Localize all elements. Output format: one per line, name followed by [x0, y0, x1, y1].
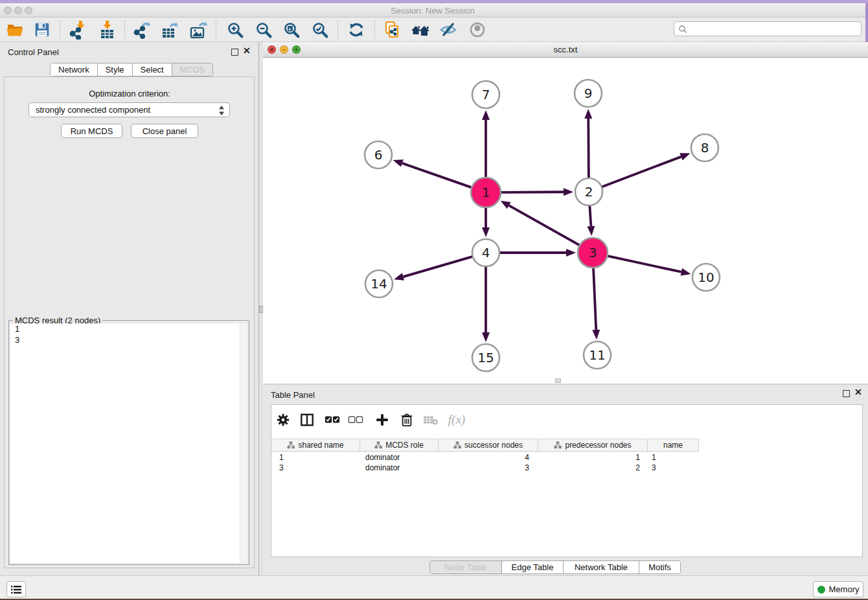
graph-edge-1-7[interactable]	[482, 110, 490, 177]
tab-network[interactable]: Network	[51, 63, 97, 76]
delete-table-button[interactable]	[422, 411, 440, 429]
tab-style[interactable]: Style	[97, 63, 132, 76]
memory-button[interactable]: Memory	[813, 581, 863, 597]
export-image-button[interactable]	[187, 19, 209, 41]
table-panel-float-button[interactable]	[843, 390, 850, 397]
graph-edge-3-10[interactable]	[608, 256, 691, 275]
mcds-result-list[interactable]: 1 3	[10, 323, 247, 563]
column-type-icon	[287, 441, 295, 449]
graph-node-6[interactable]: 6	[365, 141, 392, 168]
cell-name[interactable]: 3	[648, 463, 699, 473]
column-header-name[interactable]: name	[648, 439, 699, 451]
graph-node-1[interactable]: 1	[471, 178, 501, 207]
graph-edge-2-8[interactable]	[602, 153, 691, 187]
graph-edge-1-2[interactable]	[501, 188, 573, 196]
save-session-button[interactable]	[31, 19, 53, 41]
create-column-button[interactable]	[373, 411, 391, 429]
graph-node-2[interactable]: 2	[575, 178, 602, 205]
graph-node-9[interactable]: 9	[575, 80, 602, 107]
cell-shared-name[interactable]: 1	[271, 452, 360, 463]
graph-edge-4-14[interactable]	[394, 257, 472, 281]
show-columns-button[interactable]	[298, 411, 316, 429]
zoom-out-button[interactable]	[253, 19, 275, 41]
column-header-predecessor-nodes[interactable]: predecessor nodes	[538, 439, 648, 451]
graph-edge-2-9[interactable]	[584, 109, 592, 178]
tab-motifs[interactable]: Motifs	[639, 561, 680, 573]
tab-edge-table[interactable]: Edge Table	[501, 561, 563, 573]
control-panel-float-button[interactable]	[231, 49, 238, 56]
graph-edge-3-11[interactable]	[592, 268, 600, 340]
table-panel-close-button[interactable]: ✕	[854, 386, 862, 398]
tab-network-table[interactable]: Network Table	[563, 561, 639, 573]
graph-node-11[interactable]: 11	[584, 341, 611, 369]
graph-node-10[interactable]: 10	[692, 264, 720, 291]
apply-layout-button[interactable]	[345, 19, 367, 41]
deselect-all-button[interactable]	[347, 411, 365, 429]
cell-predecessor-nodes[interactable]: 1	[538, 452, 648, 463]
node-table-card: f(x) shared name	[271, 404, 863, 557]
control-panel-close-button[interactable]: ✕	[243, 45, 251, 56]
cell-mcds-role[interactable]: dominator	[360, 463, 439, 473]
zoom-selected-button[interactable]	[309, 19, 331, 41]
mcds-result-item[interactable]: 3	[10, 334, 247, 345]
graph-edge-4-15[interactable]	[482, 267, 490, 342]
zoom-fit-button[interactable]	[280, 19, 303, 41]
function-builder-button[interactable]: f(x)	[445, 411, 468, 429]
open-session-button[interactable]	[4, 19, 26, 41]
svg-text:7: 7	[482, 87, 490, 102]
zoom-in-icon	[226, 21, 244, 39]
table-row[interactable]: 3 dominator 3 2 3	[271, 463, 699, 473]
network-resize-handle[interactable]	[555, 378, 561, 383]
graph-node-3[interactable]: 3	[578, 238, 608, 268]
mcds-result-scrollbar[interactable]	[240, 323, 247, 563]
network-canvas[interactable]: 7968124314101511	[263, 58, 868, 384]
graph-node-8[interactable]: 8	[691, 134, 718, 161]
graph-edge-3-1[interactable]	[501, 201, 579, 245]
hide-graphics-details-button[interactable]	[437, 19, 459, 41]
show-graphics-details-button[interactable]	[466, 19, 488, 41]
memory-status-icon	[817, 586, 825, 594]
import-table-button[interactable]	[97, 19, 119, 41]
import-network-button[interactable]	[66, 19, 88, 41]
clone-network-button[interactable]	[381, 19, 403, 41]
cell-mcds-role[interactable]: dominator	[360, 452, 439, 463]
delete-column-button[interactable]	[398, 411, 416, 429]
select-all-button[interactable]	[323, 411, 341, 429]
mcds-result-item[interactable]: 1	[10, 323, 247, 334]
column-header-mcds-role[interactable]: MCDS role	[360, 439, 439, 451]
column-header-shared-name[interactable]: shared name	[271, 439, 360, 451]
optimization-criterion-select[interactable]: strongly connected component	[29, 102, 230, 117]
export-network-button[interactable]	[131, 19, 153, 41]
cell-shared-name[interactable]: 3	[271, 463, 360, 473]
tab-mcds[interactable]: MCDS	[172, 63, 212, 76]
graph-edge-2-3[interactable]	[587, 206, 595, 236]
search-icon	[678, 25, 687, 34]
export-table-button[interactable]	[159, 19, 181, 41]
table-settings-button[interactable]	[274, 411, 292, 429]
tab-select[interactable]: Select	[132, 63, 172, 76]
graph-node-7[interactable]: 7	[472, 81, 499, 108]
node-table-header: shared name MCDS role	[271, 439, 699, 452]
column-header-successor-nodes[interactable]: successor nodes	[439, 439, 538, 451]
graph-edge-1-6[interactable]	[393, 159, 472, 187]
control-panel-tabs: Network Style Select MCDS	[50, 63, 213, 76]
graph-node-15[interactable]: 15	[472, 344, 499, 371]
graph-node-4[interactable]: 4	[472, 239, 499, 266]
svg-text:4: 4	[482, 245, 490, 260]
cell-successor-nodes[interactable]: 3	[439, 463, 538, 473]
graph-edge-1-4[interactable]	[482, 208, 490, 237]
show-all-networks-button[interactable]	[409, 19, 431, 41]
graph-node-14[interactable]: 14	[365, 270, 393, 297]
status-menu-button[interactable]	[6, 581, 26, 597]
table-row[interactable]: 1 dominator 4 1 1	[271, 452, 699, 463]
zoom-in-button[interactable]	[224, 19, 246, 41]
cell-successor-nodes[interactable]: 4	[439, 452, 538, 463]
graph-edge-4-3[interactable]	[500, 249, 576, 257]
cell-name[interactable]: 1	[648, 452, 699, 463]
search-input[interactable]	[690, 22, 861, 36]
close-panel-button[interactable]: Close panel	[131, 124, 198, 138]
network-graph[interactable]: 7968124314101511	[263, 58, 868, 384]
cell-predecessor-nodes[interactable]: 2	[538, 463, 648, 473]
tab-node-table[interactable]: Node Table	[430, 561, 501, 573]
run-mcds-button[interactable]: Run MCDS	[61, 124, 122, 138]
